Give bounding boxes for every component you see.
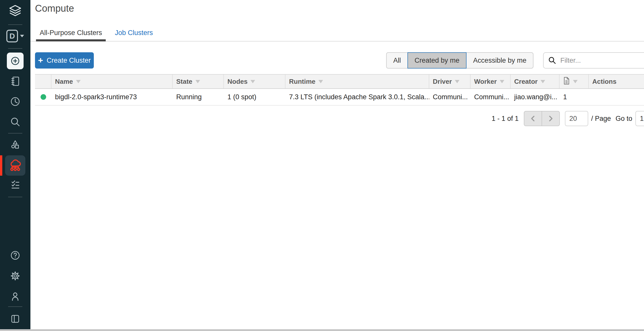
pagination-buttons bbox=[524, 111, 560, 126]
horizontal-scrollbar[interactable] bbox=[0, 329, 644, 331]
databricks-logo-icon bbox=[7, 4, 23, 20]
notebook-icon bbox=[10, 76, 21, 87]
table-row[interactable]: bigdl-2.0-spark3-runtime73 Running 1 (0 … bbox=[35, 89, 644, 106]
create-cluster-label: Create Cluster bbox=[47, 57, 91, 64]
plus-circle-icon bbox=[9, 55, 21, 67]
column-status bbox=[35, 75, 51, 88]
cluster-nodes-cell: 1 (0 spot) bbox=[224, 93, 285, 101]
sidebar: D bbox=[0, 0, 30, 331]
sort-caret-icon bbox=[195, 80, 200, 83]
page-title: Compute bbox=[35, 3, 74, 14]
create-cluster-button[interactable]: + Create Cluster bbox=[35, 52, 94, 69]
filter-button-group: All Created by me Accessible by me bbox=[386, 52, 533, 69]
workspace-switcher[interactable]: D bbox=[0, 30, 30, 42]
pagination: 1 - 1 of 1 / Page Go to bbox=[492, 111, 644, 126]
sidebar-item-workspace[interactable] bbox=[0, 76, 30, 87]
toolbar: + Create Cluster All Created by me Acces… bbox=[35, 52, 644, 69]
main-content: Compute All-Purpose Clusters Job Cluster… bbox=[30, 0, 644, 331]
sort-caret-icon bbox=[455, 80, 459, 83]
sidebar-item-jobs[interactable] bbox=[0, 179, 30, 191]
filter-accessible-by-me-button[interactable]: Accessible by me bbox=[466, 52, 533, 69]
sidebar-divider bbox=[8, 306, 22, 307]
cluster-notebooks-cell: 1 bbox=[560, 93, 589, 101]
shapes-icon bbox=[10, 139, 21, 150]
go-to-label: Go to bbox=[616, 115, 632, 123]
sidebar-divider bbox=[8, 24, 22, 25]
cluster-name-cell[interactable]: bigdl-2.0-spark3-runtime73 bbox=[51, 93, 173, 101]
chevron-left-icon bbox=[530, 115, 536, 122]
sidebar-item-settings[interactable] bbox=[0, 270, 30, 282]
help-icon bbox=[10, 250, 21, 261]
previous-page-button[interactable] bbox=[524, 111, 542, 126]
tab-bar: All-Purpose Clusters Job Clusters bbox=[30, 25, 644, 42]
column-nodes[interactable]: Nodes bbox=[224, 75, 285, 88]
cluster-worker-cell: Communi... bbox=[471, 93, 511, 101]
go-to-page-input[interactable] bbox=[635, 111, 644, 126]
tab-all-purpose-clusters[interactable]: All-Purpose Clusters bbox=[36, 25, 105, 41]
sort-caret-icon bbox=[318, 80, 323, 83]
sort-caret-icon bbox=[541, 80, 545, 83]
cluster-creator-cell: jiao.wang@i... bbox=[511, 93, 560, 101]
chevron-right-icon bbox=[548, 115, 554, 122]
chevron-down-icon bbox=[20, 35, 24, 37]
sidebar-divider bbox=[8, 133, 22, 134]
cluster-runtime-cell: 7.3 LTS (includes Apache Spark 3.0.1, Sc… bbox=[285, 93, 429, 101]
clusters-table: Name State Nodes Runtime Driver Worker bbox=[35, 74, 644, 106]
sidebar-divider bbox=[8, 48, 22, 49]
filter-search bbox=[543, 52, 644, 69]
sidebar-divider bbox=[8, 197, 22, 197]
column-creator[interactable]: Creator bbox=[511, 75, 560, 88]
clock-icon bbox=[10, 96, 21, 107]
cluster-driver-cell: Communi... bbox=[429, 93, 471, 101]
cluster-state-cell: Running bbox=[173, 93, 224, 101]
status-running-dot bbox=[41, 94, 46, 100]
filter-search-input[interactable] bbox=[543, 52, 644, 69]
databricks-logo[interactable] bbox=[0, 4, 30, 20]
plus-icon: + bbox=[38, 56, 43, 64]
sort-caret-icon bbox=[573, 80, 578, 83]
next-page-button[interactable] bbox=[542, 111, 560, 126]
search-icon bbox=[548, 56, 556, 65]
sidebar-item-search[interactable] bbox=[0, 116, 30, 127]
per-page-label: / Page bbox=[591, 115, 611, 123]
column-actions: Actions bbox=[589, 75, 644, 88]
column-state[interactable]: State bbox=[173, 75, 224, 88]
column-runtime[interactable]: Runtime bbox=[285, 75, 429, 88]
panel-collapse-icon bbox=[10, 313, 21, 324]
collapse-sidebar-button[interactable] bbox=[0, 313, 30, 324]
sort-caret-icon bbox=[251, 80, 255, 83]
sidebar-item-account[interactable] bbox=[0, 291, 30, 302]
gear-icon bbox=[10, 270, 21, 282]
compute-cluster-icon bbox=[9, 159, 22, 172]
filter-created-by-me-button[interactable]: Created by me bbox=[407, 52, 467, 69]
tab-job-clusters[interactable]: Job Clusters bbox=[111, 25, 156, 41]
sidebar-item-compute[interactable] bbox=[5, 155, 25, 176]
workspace-initial-badge: D bbox=[6, 30, 18, 42]
sidebar-item-recents[interactable] bbox=[0, 96, 30, 107]
sidebar-item-help[interactable] bbox=[0, 250, 30, 261]
sort-caret-icon bbox=[500, 80, 504, 83]
cluster-status-cell bbox=[35, 94, 51, 100]
sidebar-item-create[interactable] bbox=[0, 53, 30, 69]
table-header-row: Name State Nodes Runtime Driver Worker bbox=[35, 74, 644, 89]
document-icon bbox=[563, 77, 570, 87]
filter-all-button[interactable]: All bbox=[386, 52, 408, 69]
column-worker[interactable]: Worker bbox=[471, 75, 511, 88]
column-driver[interactable]: Driver bbox=[429, 75, 471, 88]
user-icon bbox=[10, 291, 21, 302]
search-icon bbox=[10, 116, 21, 127]
page-size-input[interactable] bbox=[565, 111, 588, 126]
column-name[interactable]: Name bbox=[51, 75, 173, 88]
checklist-icon bbox=[10, 179, 21, 191]
active-item-indicator bbox=[0, 155, 2, 176]
sort-caret-icon bbox=[76, 80, 81, 83]
column-notebooks[interactable] bbox=[560, 75, 589, 88]
sidebar-item-models[interactable] bbox=[0, 139, 30, 150]
pagination-range: 1 - 1 of 1 bbox=[492, 115, 519, 123]
